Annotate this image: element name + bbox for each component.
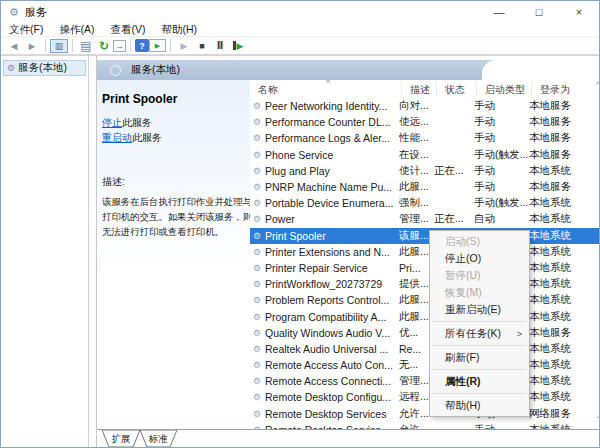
- service-startup-type: 手动: [474, 164, 529, 178]
- service-gear-icon: ⚙: [250, 198, 265, 208]
- stop-service-icon[interactable]: ■: [193, 38, 211, 53]
- back-icon[interactable]: ◄: [5, 38, 23, 53]
- service-row[interactable]: ⚙ Printer Extensions and N... 此服... 本地系统: [250, 244, 600, 260]
- restart-service-line: 重启动此服务: [102, 130, 250, 145]
- service-description: 该服务在后台执行打印作业并处理与打印机的交互。如果关闭该服务，则无法进行打印或查…: [102, 194, 250, 239]
- selected-service-name: Print Spooler: [102, 92, 250, 106]
- pause-service-icon[interactable]: Ⅱ: [211, 38, 229, 53]
- service-row[interactable]: ⚙ Print Spooler 该服... 本地系统: [250, 228, 600, 244]
- service-row[interactable]: ⚙ PrintWorkflow_20273729 提供... 本地系统: [250, 276, 600, 292]
- service-name: Printer Repair Service: [265, 262, 399, 274]
- help-icon[interactable]: ?: [135, 39, 149, 52]
- restart-service-link[interactable]: 重启动: [102, 132, 132, 143]
- pane-header-title: 服务(本地): [131, 63, 180, 77]
- menu-file[interactable]: 文件(F): [1, 23, 51, 37]
- properties-icon[interactable]: ▤: [77, 38, 95, 53]
- list-rounded-corner: [482, 60, 600, 81]
- context-menu-separator: [432, 393, 527, 394]
- service-name: Quality Windows Audio V...: [265, 327, 399, 339]
- show-action-pane-icon[interactable]: ▶: [149, 39, 166, 52]
- service-logon-as: 本地系统: [529, 261, 600, 275]
- restart-service-icon[interactable]: ▶: [229, 38, 247, 53]
- context-menu-item[interactable]: 所有任务(K) >: [430, 325, 529, 342]
- service-row[interactable]: ⚙ Remote Desktop Services 允许... 手动 网络服务: [250, 406, 600, 422]
- service-startup-type: 手动: [474, 180, 529, 194]
- restart-bar: [233, 41, 236, 50]
- context-menu-separator: [432, 369, 527, 370]
- service-row[interactable]: ⚙ Problem Reports Control... 此服... 本地系统: [250, 292, 600, 308]
- service-name: Remote Desktop Services: [265, 408, 399, 420]
- maximize-button[interactable]: □: [519, 1, 559, 23]
- service-name: PrintWorkflow_20273729: [265, 278, 399, 290]
- stop-service-link[interactable]: 停止: [102, 117, 122, 128]
- column-header-description[interactable]: 描述: [402, 82, 437, 96]
- menu-help[interactable]: 帮助(H): [153, 23, 205, 37]
- stop-service-rest: 此服务: [122, 117, 152, 128]
- service-gear-icon: ⚙: [250, 328, 265, 338]
- context-menu-item[interactable]: 刷新(F): [430, 349, 529, 366]
- context-menu-item[interactable]: 重新启动(E): [430, 301, 529, 318]
- tab-standard-label[interactable]: 标准: [148, 433, 169, 444]
- service-logon-as: 本地服务: [529, 180, 600, 194]
- scroll-up-icon[interactable]: ^: [596, 81, 600, 90]
- menu-action[interactable]: 操作(A): [51, 23, 102, 37]
- service-name: Performance Counter DL...: [265, 116, 399, 128]
- service-name: Plug and Play: [265, 165, 399, 177]
- column-header-status[interactable]: 状态: [437, 82, 477, 96]
- service-name: Remote Desktop Configu...: [265, 391, 399, 403]
- refresh-icon[interactable]: ↻: [95, 38, 113, 53]
- context-menu-item[interactable]: 停止(O): [430, 250, 529, 267]
- service-gear-icon: ⚙: [250, 263, 265, 273]
- service-description: 管理...: [399, 212, 434, 226]
- service-description: 强制...: [399, 196, 434, 210]
- service-row[interactable]: ⚙ Portable Device Enumera... 强制... 手动(触发…: [250, 195, 600, 211]
- service-logon-as: 本地系统: [529, 358, 600, 372]
- tree-item-label: 服务(本地): [18, 61, 67, 75]
- submenu-arrow-icon: >: [517, 329, 522, 339]
- services-list: ^ 名称 描述 状态 启动类型 登录为 ^ ⚙ Peer Networking …: [250, 80, 600, 429]
- service-status: 正在...: [434, 212, 474, 226]
- view-tab-bar: 扩展 标准: [97, 429, 600, 448]
- export-list-icon[interactable]: →: [113, 40, 126, 52]
- service-row[interactable]: ⚙ Power 管理... 正在... 自动 本地系统: [250, 211, 600, 227]
- menu-view[interactable]: 查看(V): [102, 23, 153, 37]
- start-service-icon[interactable]: ▶: [175, 38, 193, 53]
- column-header-startup-type[interactable]: 启动类型: [477, 82, 532, 96]
- tab-extended-label[interactable]: 扩展: [112, 433, 131, 444]
- context-menu-item[interactable]: 启动(S): [430, 233, 529, 250]
- service-row[interactable]: ⚙ PNRP Machine Name Pu... 此服... 手动 本地服务: [250, 179, 600, 195]
- context-menu-item[interactable]: 暂停(U): [430, 267, 529, 284]
- app-gear-icon: ⚙: [9, 6, 19, 19]
- service-row[interactable]: ⚙ Realtek Audio Universal ... Re... 本地系统: [250, 341, 600, 357]
- service-row[interactable]: ⚙ Performance Counter DL... 使远... 手动 本地服…: [250, 114, 600, 130]
- service-name: Phone Service: [265, 149, 399, 161]
- close-button[interactable]: ×: [559, 1, 599, 23]
- service-row[interactable]: ⚙ Plug and Play 使计... 正在... 手动 本地系统: [250, 163, 600, 179]
- service-row[interactable]: ⚙ Phone Service 在设... 手动(触发... 本地服务: [250, 147, 600, 163]
- minimize-button[interactable]: —: [479, 1, 519, 23]
- service-logon-as: 本地服务: [529, 99, 600, 113]
- context-menu-item[interactable]: 帮助(H): [430, 397, 529, 414]
- column-header-logon-as[interactable]: 登录为: [532, 82, 600, 96]
- context-menu-item[interactable]: 恢复(M): [430, 284, 529, 301]
- context-menu-item-label: 帮助(H): [445, 399, 481, 413]
- tree-item-services-local[interactable]: ⚙ 服务(本地): [3, 60, 86, 76]
- service-row[interactable]: ⚙ Program Compatibility A... 此服... 本地系统: [250, 308, 600, 324]
- service-row[interactable]: ⚙ Remote Desktop Configu... 远程... 本地系统: [250, 389, 600, 405]
- forward-icon[interactable]: ►: [23, 38, 41, 53]
- service-gear-icon: ⚙: [250, 360, 265, 370]
- context-menu-item[interactable]: 属性(R): [430, 373, 529, 390]
- service-logon-as: 本地系统: [529, 229, 600, 243]
- service-gear-icon: ⚙: [250, 133, 265, 143]
- show-console-tree-icon[interactable]: ▥: [50, 39, 68, 53]
- service-row[interactable]: ⚙ Performance Logs & Aler... 性能... 手动 本地…: [250, 130, 600, 146]
- service-row[interactable]: ⚙ Printer Repair Service Pri... 本地系统: [250, 260, 600, 276]
- toolbar-separator: [130, 39, 131, 52]
- service-gear-icon: ⚙: [250, 150, 265, 160]
- service-row[interactable]: ⚙ Remote Desktop Service... 允许... 手动 本地系…: [250, 422, 600, 429]
- service-row[interactable]: ⚙ Peer Networking Identity... 向对... 手动 本…: [250, 98, 600, 114]
- services-gear-icon: ⚙: [7, 63, 15, 73]
- service-row[interactable]: ⚙ Remote Access Connecti... 管理... 本地系统: [250, 373, 600, 389]
- service-row[interactable]: ⚙ Quality Windows Audio V... 优... 本地服务: [250, 325, 600, 341]
- service-row[interactable]: ⚙ Remote Access Auto Con... 无... 本地系统: [250, 357, 600, 373]
